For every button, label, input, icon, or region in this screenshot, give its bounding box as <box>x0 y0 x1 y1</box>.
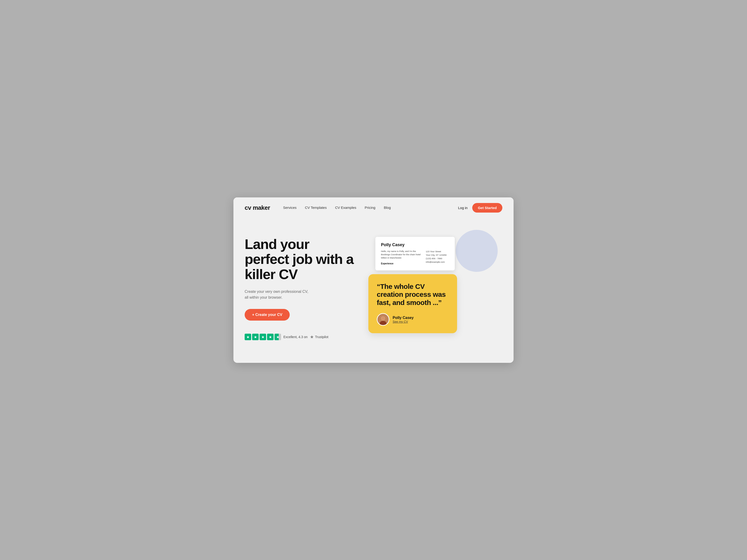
nav-item-cv-templates[interactable]: CV Templates <box>305 206 327 210</box>
star-5: ★ <box>275 334 281 340</box>
get-started-button[interactable]: Get Started <box>472 203 503 213</box>
testimonial-author: Polly Casey See my CV <box>377 313 449 326</box>
nav-actions: Log in Get Started <box>458 203 503 213</box>
cv-preview-card: Polly Casey Hello, my name is Polly, and… <box>376 237 455 271</box>
star-2: ★ <box>252 334 259 340</box>
testimonial-card: “The whole CV creation process was fast,… <box>368 274 457 334</box>
cv-card-name: Polly Casey <box>381 242 449 247</box>
cv-address-line1: 123 Your Street <box>426 250 449 253</box>
avatar-image <box>378 313 389 326</box>
nav-links: Services CV Templates CV Examples Pricin… <box>283 206 458 210</box>
logo-text: cv maker <box>244 204 270 211</box>
star-3: ★ <box>260 334 266 340</box>
testimonial-author-name: Polly Casey <box>393 316 414 320</box>
navbar: cv maker Services CV Templates CV Exampl… <box>233 197 514 218</box>
trustpilot-text: Excellent, 4.3 on <box>283 335 308 339</box>
svg-point-3 <box>381 317 385 320</box>
nav-item-pricing[interactable]: Pricing <box>365 206 376 210</box>
trustpilot-row: ★ ★ ★ ★ ★ Excellent, 4.3 on Trustpilot <box>244 334 357 340</box>
trustpilot-brand: Trustpilot <box>315 335 329 339</box>
blue-circle-decoration <box>456 230 498 272</box>
hero-section: Land your perfect job with a killer CV C… <box>233 218 514 363</box>
hero-subtitle: Create your very own professional CV, al… <box>244 289 357 300</box>
star-1: ★ <box>244 334 251 340</box>
hero-title: Land your perfect job with a killer CV <box>244 237 357 282</box>
nav-item-blog[interactable]: Blog <box>384 206 391 210</box>
trustpilot-star-icon <box>310 335 314 339</box>
login-button[interactable]: Log in <box>458 206 468 210</box>
trustpilot-stars: ★ ★ ★ ★ ★ <box>244 334 281 340</box>
nav-item-cv-examples[interactable]: CV Examples <box>335 206 356 210</box>
cv-card-body: Hello, my name is Polly, and i'm the Boo… <box>381 250 449 265</box>
cv-card-right: 123 Your Street Your City, ST 123456 (12… <box>426 250 449 265</box>
testimonial-author-link[interactable]: See my CV <box>393 320 414 323</box>
cv-email: info@example.com <box>426 260 449 264</box>
star-4: ★ <box>267 334 274 340</box>
hero-right: Polly Casey Hello, my name is Polly, and… <box>366 228 503 349</box>
hero-left: Land your perfect job with a killer CV C… <box>244 228 357 341</box>
trustpilot-logo: Trustpilot <box>310 335 329 339</box>
create-cv-button[interactable]: + Create your CV <box>244 309 290 321</box>
cv-phone: (123) 456 - 7890 <box>426 257 449 260</box>
svg-point-2 <box>380 321 386 326</box>
browser-window: cv maker Services CV Templates CV Exampl… <box>233 197 514 363</box>
logo[interactable]: cv maker <box>244 204 270 211</box>
testimonial-quote: “The whole CV creation process was fast,… <box>377 283 449 307</box>
nav-item-services[interactable]: Services <box>283 206 297 210</box>
testimonial-author-info: Polly Casey See my CV <box>393 316 414 323</box>
cv-card-left: Hello, my name is Polly, and i'm the Boo… <box>381 250 422 265</box>
cv-card-section-title: Experience <box>381 262 422 265</box>
avatar <box>377 313 389 326</box>
cv-address-line2: Your City, ST 123456 <box>426 253 449 257</box>
cv-card-bio: Hello, my name is Polly, and i'm the Boo… <box>381 250 422 260</box>
